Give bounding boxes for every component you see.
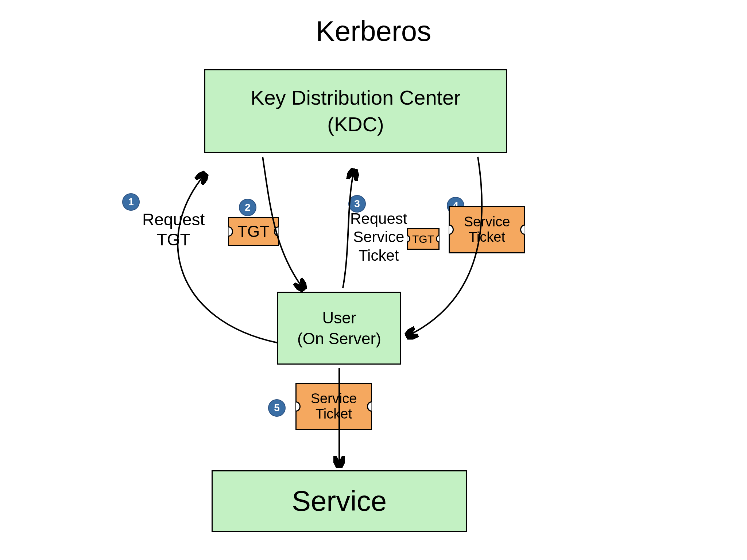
service-label: Service	[292, 483, 387, 520]
tgt-small-ticket-label: TGT	[412, 233, 434, 245]
arrow-1	[178, 175, 277, 343]
service-box: Service	[212, 470, 467, 532]
step-3-label-line2: Service	[350, 228, 407, 246]
step-5-badge: 5	[268, 399, 286, 417]
service-ticket-5-line2: Ticket	[316, 407, 352, 422]
step-1-label-line1: Request	[142, 210, 205, 230]
step-2-badge: 2	[239, 199, 256, 216]
user-label-line1: User	[322, 307, 356, 328]
diagram-title: Kerberos	[316, 15, 431, 48]
tgt-ticket-icon: TGT	[228, 217, 279, 246]
user-box: User (On Server)	[277, 292, 401, 365]
service-ticket-5-icon: Service Ticket	[295, 383, 372, 430]
step-1-label: Request TGT	[142, 210, 205, 250]
user-label-line2: (On Server)	[297, 328, 381, 349]
service-ticket-4-line1: Service	[464, 214, 510, 230]
tgt-small-ticket-icon: TGT	[407, 228, 440, 250]
service-ticket-4-line2: Ticket	[469, 230, 505, 245]
service-ticket-5-line1: Service	[311, 391, 357, 407]
kdc-label-line1: Key Distribution Center	[251, 85, 461, 111]
step-3-label: Request Service Ticket	[350, 210, 407, 265]
service-ticket-4-icon: Service Ticket	[449, 206, 525, 253]
step-1-label-line2: TGT	[142, 230, 205, 250]
tgt-ticket-label: TGT	[237, 223, 270, 240]
step-1-badge: 1	[122, 193, 140, 211]
kdc-label-line2: (KDC)	[327, 111, 384, 138]
step-3-label-line3: Ticket	[350, 246, 407, 265]
kdc-box: Key Distribution Center (KDC)	[204, 69, 507, 153]
step-3-label-line1: Request	[350, 210, 407, 228]
